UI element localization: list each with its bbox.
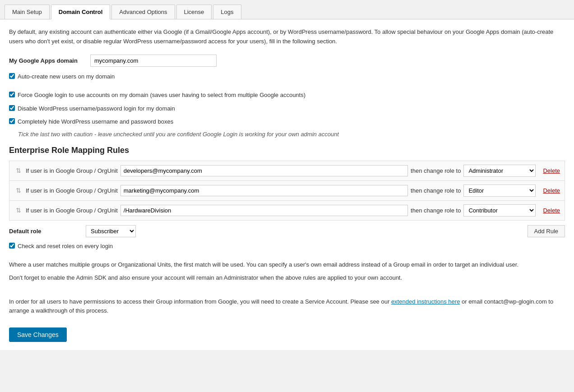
tab-license[interactable]: License (176, 5, 212, 19)
intro-text: By default, any existing account can aut… (9, 28, 565, 46)
checkbox-row-force-google: Force Google login to use accounts on my… (9, 91, 565, 100)
drag-handle-1[interactable]: ⇅ (14, 167, 23, 174)
rules-container: ⇅ If user is in Google Group / OrgUnit t… (9, 161, 565, 221)
rule-delete-2[interactable]: Delete (543, 187, 560, 194)
rule-row-1: ⇅ If user is in Google Group / OrgUnit t… (9, 161, 565, 181)
hide-wp-label: Completely hide WordPress username and p… (18, 117, 173, 126)
enterprise-section-heading: Enterprise Role Mapping Rules (9, 146, 565, 155)
add-rule-button[interactable]: Add Rule (528, 225, 565, 237)
drag-handle-3[interactable]: ⇅ (14, 207, 23, 214)
content-area: By default, any existing account can aut… (0, 19, 574, 350)
tabs-bar: Main Setup Domain Control Advanced Optio… (0, 0, 574, 19)
rule-row-3: ⇅ If user is in Google Group / OrgUnit t… (9, 201, 565, 220)
rule-row-2: ⇅ If user is in Google Group / OrgUnit t… (9, 181, 565, 201)
tab-advanced-options[interactable]: Advanced Options (111, 5, 175, 19)
caution-text: Tick the last two with caution - leave u… (18, 131, 565, 138)
checkbox-row-auto-create: Auto-create new users on my domain (9, 72, 565, 81)
tab-logs[interactable]: Logs (213, 5, 241, 19)
tab-main-setup[interactable]: Main Setup (5, 5, 50, 19)
google-apps-domain-row: My Google Apps domain (9, 55, 565, 67)
disable-wp-checkbox[interactable] (9, 105, 15, 111)
force-google-checkbox[interactable] (9, 92, 15, 97)
rule-prefix-3: If user is in Google Group / OrgUnit (26, 207, 118, 214)
rule-input-3[interactable] (120, 205, 408, 216)
default-role-left: Default role Subscriber Contributor Auth… (9, 225, 136, 237)
rule-role-select-1[interactable]: Administrator Editor Author Contributor … (463, 165, 536, 177)
rule-role-select-3[interactable]: Administrator Editor Author Contributor … (463, 204, 536, 217)
auto-create-label: Auto-create new users on my domain (18, 72, 115, 81)
info-text-1: Where a user matches multiple groups or … (9, 260, 565, 270)
rule-delete-3[interactable]: Delete (543, 207, 560, 214)
service-account-text: In order for all users to have permissio… (9, 297, 565, 316)
save-changes-button[interactable]: Save Changes (9, 327, 67, 342)
rule-delete-1[interactable]: Delete (543, 167, 560, 174)
google-apps-domain-label: My Google Apps domain (9, 57, 90, 64)
check-reset-checkbox[interactable] (9, 243, 15, 249)
rule-input-2[interactable] (120, 185, 408, 196)
default-role-section: Default role Subscriber Contributor Auth… (9, 225, 565, 237)
rule-then-1: then change role to (411, 167, 461, 174)
rule-prefix-2: If user is in Google Group / OrgUnit (26, 187, 118, 194)
checkbox-row-check-reset: Check and reset roles on every login (9, 242, 565, 251)
hide-wp-checkbox[interactable] (9, 118, 15, 124)
extended-instructions-link[interactable]: extended instructions here (391, 298, 460, 305)
info-text-2: Don't forget to enable the Admin SDK and… (9, 273, 565, 283)
page-wrapper: Main Setup Domain Control Advanced Optio… (0, 0, 574, 350)
default-role-select[interactable]: Subscriber Contributor Author Editor Adm… (86, 225, 136, 237)
rule-then-2: then change role to (411, 187, 461, 194)
default-role-label: Default role (9, 228, 81, 235)
force-google-label: Force Google login to use accounts on my… (18, 91, 306, 100)
disable-wp-label: Disable WordPress username/password logi… (18, 104, 175, 113)
rule-prefix-1: If user is in Google Group / OrgUnit (26, 167, 118, 174)
checkbox-row-hide-wp: Completely hide WordPress username and p… (9, 117, 565, 126)
auto-create-checkbox[interactable] (9, 73, 15, 79)
checkbox-row-disable-wp: Disable WordPress username/password logi… (9, 104, 565, 113)
rule-role-select-2[interactable]: Administrator Editor Author Contributor … (463, 184, 536, 197)
google-apps-domain-input[interactable] (90, 55, 217, 67)
check-reset-label: Check and reset roles on every login (18, 242, 113, 251)
rule-then-3: then change role to (411, 207, 461, 214)
tab-domain-control[interactable]: Domain Control (51, 5, 111, 19)
rule-input-1[interactable] (120, 165, 408, 176)
service-account-before: In order for all users to have permissio… (9, 298, 391, 305)
drag-handle-2[interactable]: ⇅ (14, 187, 23, 194)
